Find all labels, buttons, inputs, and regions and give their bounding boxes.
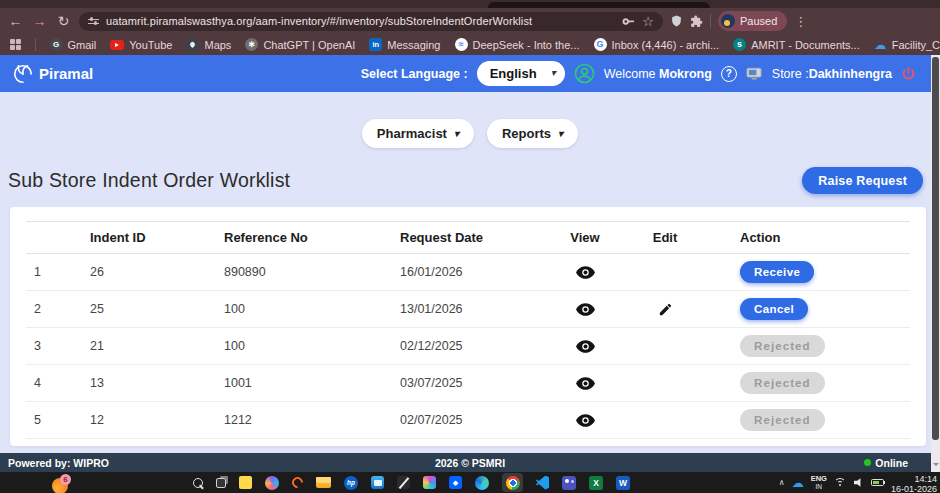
notification-badge: 6: [60, 474, 71, 485]
raise-request-button[interactable]: Raise Request: [802, 167, 923, 194]
bookmark-youtube[interactable]: YouTube: [110, 39, 172, 51]
bookmark-maps[interactable]: Maps: [186, 38, 231, 51]
scrollbar-thumb[interactable]: [932, 57, 939, 440]
profile-chip[interactable]: Paused: [718, 11, 787, 31]
bookmarks-divider: [35, 38, 36, 51]
store-icon: [746, 67, 763, 81]
menu-row: Pharmacist▾ Reports▾: [0, 92, 940, 148]
site-info-icon[interactable]: [88, 17, 99, 26]
chrome-icon: [506, 476, 520, 490]
bookmark-amrit[interactable]: sAMRIT - Documents...: [733, 38, 860, 51]
scrollbar[interactable]: [931, 55, 940, 472]
taskbar-clock[interactable]: 14:1416-01-2026: [891, 472, 937, 493]
onedrive-tray-icon[interactable]: ☁: [792, 477, 804, 489]
brand-name: Piramal: [39, 65, 93, 82]
logout-power-icon[interactable]: [901, 66, 916, 81]
language-select[interactable]: English: [477, 61, 565, 86]
edge-icon[interactable]: [475, 476, 489, 490]
onedrive-favicon: ☁: [874, 38, 887, 51]
bookmark-messaging[interactable]: inMessaging: [369, 38, 440, 51]
ring-app-icon[interactable]: [290, 475, 306, 491]
password-key-icon[interactable]: [622, 15, 635, 28]
mail-app-icon[interactable]: [371, 476, 384, 489]
profile-label: Paused: [740, 15, 777, 27]
cancel-button[interactable]: Cancel: [740, 298, 808, 320]
title-row: Sub Store Indent Order Worklist Raise Re…: [0, 167, 940, 194]
word-icon[interactable]: W: [616, 476, 630, 490]
forward-icon[interactable]: →: [31, 13, 48, 30]
view-eye-icon[interactable]: [576, 303, 595, 316]
bookmark-chatgpt[interactable]: ∗ChatGPT | OpenAI: [245, 38, 355, 51]
worklist-table: Indent ID Reference No Request Date View…: [26, 221, 910, 439]
user-icon[interactable]: [574, 63, 595, 84]
teams-icon[interactable]: [562, 476, 576, 490]
linkedin-favicon: in: [369, 38, 382, 51]
pharmacist-menu-button[interactable]: Pharmacist▾: [362, 119, 474, 148]
reload-icon[interactable]: ↻: [55, 13, 72, 30]
address-bar[interactable]: uatamrit.piramalswasthya.org/aam-invento…: [79, 12, 663, 31]
receive-button[interactable]: Receive: [740, 261, 814, 283]
maps-favicon: [186, 38, 199, 51]
taskbar: 6 hp ◆ X W ∧ ☁ ENGIN: [0, 472, 940, 493]
view-eye-icon[interactable]: [576, 340, 595, 353]
edit-pencil-icon[interactable]: [658, 302, 673, 317]
dropbox-icon[interactable]: ◆: [449, 476, 462, 489]
url-text[interactable]: uatamrit.piramalswasthya.org/aam-invento…: [106, 15, 615, 27]
help-icon[interactable]: ?: [721, 66, 737, 82]
view-eye-icon[interactable]: [576, 266, 595, 279]
piramal-logo-icon: [12, 63, 34, 85]
file-explorer-icon[interactable]: [316, 477, 331, 488]
language-indicator[interactable]: ENGIN: [811, 475, 827, 490]
col-reference-no: Reference No: [218, 222, 394, 254]
worklist-card: Indent ID Reference No Request Date View…: [10, 207, 926, 446]
wifi-icon[interactable]: [834, 478, 847, 488]
bookmark-deepseek[interactable]: ≈DeepSeek - Into the...: [455, 38, 580, 51]
scrollbar-down-arrow[interactable]: [933, 463, 939, 469]
bookmarks-bar: GGmail YouTube Maps ∗ChatGPT | OpenAI in…: [0, 34, 940, 55]
task-view-icon[interactable]: [216, 478, 226, 488]
site-footer: Powered by: WIPRO 2026 © PSMRI Online: [0, 453, 940, 472]
notification-bubble[interactable]: 6: [52, 478, 68, 493]
pen-app-icon[interactable]: [397, 476, 410, 489]
designer-app-icon[interactable]: [423, 476, 436, 489]
bookmark-star-icon[interactable]: ☆: [642, 15, 654, 28]
bookmark-inbox[interactable]: GInbox (4,446) - archi...: [594, 38, 720, 51]
profile-avatar: [721, 14, 735, 28]
copilot-icon[interactable]: [265, 476, 279, 490]
bookmark-gmail[interactable]: GGmail: [50, 38, 97, 51]
vscode-icon[interactable]: [536, 476, 549, 490]
excel-icon[interactable]: X: [589, 476, 603, 490]
back-icon[interactable]: ←: [7, 13, 24, 30]
table-header-row: Indent ID Reference No Request Date View…: [26, 222, 910, 254]
reports-menu-button[interactable]: Reports▾: [487, 119, 578, 148]
gmail-favicon: G: [50, 38, 63, 51]
tray-chevron-up-icon[interactable]: ∧: [779, 478, 785, 487]
browser-menu-icon[interactable]: ⋮: [794, 13, 804, 30]
volume-icon[interactable]: [854, 478, 864, 488]
view-eye-icon[interactable]: [576, 414, 595, 427]
copyright-text: 2026 © PSMRI: [0, 457, 940, 469]
screen: ← → ↻ uatamrit.piramalswasthya.org/aam-i…: [0, 0, 940, 493]
google-favicon: G: [594, 38, 607, 51]
col-request-date: Request Date: [394, 222, 545, 254]
page-title: Sub Store Indent Order Worklist: [8, 169, 290, 192]
extensions-puzzle-icon[interactable]: [690, 15, 703, 28]
page-body: Pharmacist▾ Reports▾ Sub Store Indent Or…: [0, 92, 940, 453]
shield-extension-icon[interactable]: [670, 14, 683, 28]
chrome-icon-active[interactable]: [502, 473, 523, 492]
search-icon[interactable]: [193, 478, 203, 488]
battery-icon[interactable]: [871, 479, 884, 486]
brand-logo[interactable]: Piramal: [12, 63, 93, 85]
view-eye-icon[interactable]: [576, 377, 595, 390]
apps-grid-icon[interactable]: [10, 39, 21, 50]
store-text: Store :Dakhinhengra: [772, 67, 892, 81]
rejected-button: Rejected: [740, 335, 825, 357]
hp-icon[interactable]: hp: [344, 476, 358, 490]
sharepoint-favicon: s: [733, 38, 746, 51]
toolbar-divider: [710, 14, 711, 28]
sticky-notes-icon[interactable]: [239, 476, 252, 489]
language-select-wrap: English ▾: [477, 61, 565, 86]
language-label: Select Language :: [361, 67, 468, 81]
start-button[interactable]: [167, 476, 180, 489]
bookmark-facility[interactable]: ☁Facility_Certification...: [874, 38, 940, 51]
